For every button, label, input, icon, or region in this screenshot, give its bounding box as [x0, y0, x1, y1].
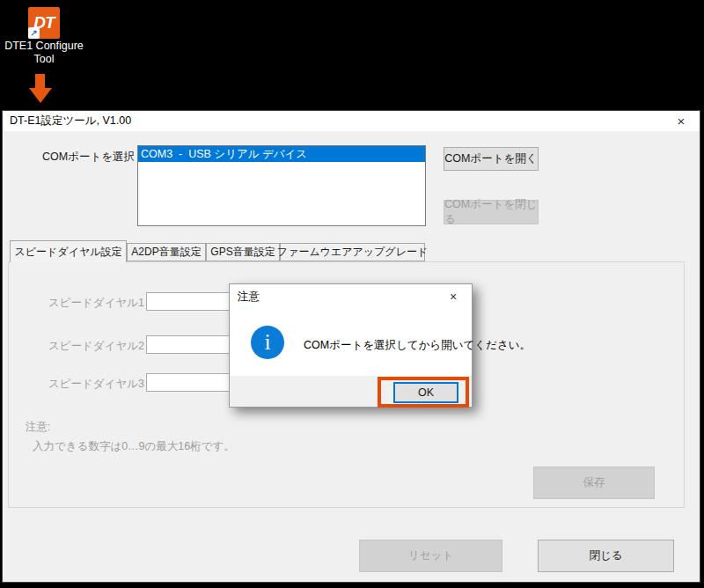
annotation-down-arrow-icon	[35, 74, 45, 89]
window-titlebar[interactable]: DT-E1設定ツール, V1.00	[3, 111, 700, 131]
tab-gps-volume-settings[interactable]: GPS音量設定	[206, 243, 280, 261]
speed-dial-2-label: スピードダイヤル2	[38, 339, 144, 354]
ok-button[interactable]: OK	[393, 382, 458, 403]
warning-dialog: 注意 × i COMポートを選択してから開いてください。 OK	[229, 283, 473, 408]
dialog-title: 注意	[230, 290, 260, 305]
shortcut-label[interactable]: DTE1 Configure Tool	[0, 40, 88, 66]
tab-a2dp-volume-settings[interactable]: A2DP音量設定	[127, 243, 206, 261]
close-icon: ×	[678, 114, 686, 129]
com-port-open-button[interactable]: COMポートを開く	[444, 147, 539, 171]
reset-button[interactable]: リセット	[359, 540, 502, 572]
com-port-list-item-selected[interactable]: COM3 - USB シリアル デバイス	[138, 146, 425, 162]
info-icon: i	[251, 326, 284, 359]
dialog-close-button[interactable]: ×	[435, 284, 472, 309]
window-close-button[interactable]: ×	[663, 111, 700, 131]
window-title: DT-E1設定ツール, V1.00	[3, 114, 131, 129]
com-port-select-label: COMポートを選択	[42, 150, 135, 165]
note-text: 入力できる数字は0…9の最大16桁です。	[33, 439, 235, 454]
save-button[interactable]: 保存	[533, 467, 655, 499]
tab-firmware-upgrade[interactable]: ファームウエアアップグレード	[280, 243, 425, 261]
shortcut-arrow-badge-icon: ↗	[28, 27, 40, 39]
note-title: 注意:	[26, 420, 50, 435]
speed-dial-3-label: スピードダイヤル3	[38, 377, 144, 392]
tab-speed-dial-settings[interactable]: スピードダイヤル設定	[10, 240, 127, 262]
close-app-button[interactable]: 閉じる	[538, 540, 674, 572]
speed-dial-1-label: スピードダイヤル1	[38, 296, 144, 311]
close-icon: ×	[450, 290, 457, 304]
annotation-down-arrow-head-icon	[29, 88, 52, 103]
com-port-listbox[interactable]: COM3 - USB シリアル デバイス	[137, 145, 426, 226]
com-port-close-button[interactable]: COMポートを閉じる	[444, 200, 539, 224]
dialog-message: COMポートを選択してから開いてください。	[304, 338, 531, 353]
